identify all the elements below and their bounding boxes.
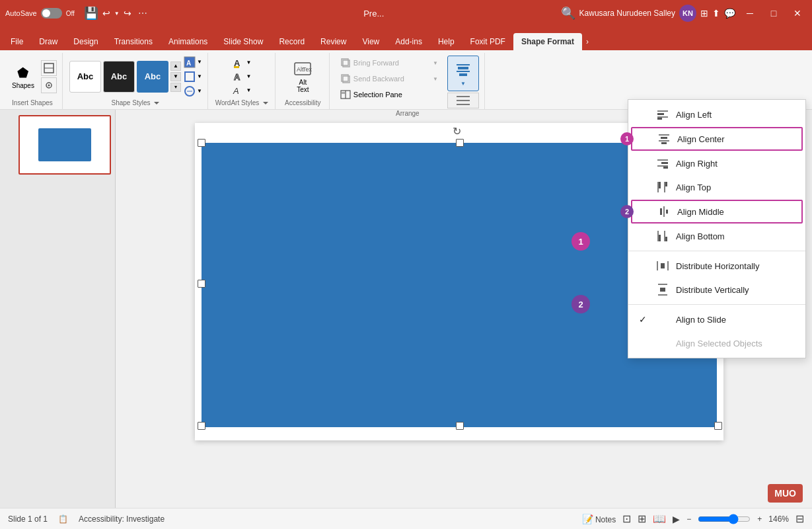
shapes-icon: ⬟	[17, 65, 28, 81]
svg-rect-28	[459, 73, 467, 76]
menu-distribute-h-label: Distribute Horizontally	[676, 261, 759, 271]
tab-addins[interactable]: Add-ins	[387, 33, 430, 50]
zoom-in-icon[interactable]: +	[757, 514, 762, 524]
shape-styles-list: Abc Abc Abc ▲ ▼ ▾	[69, 61, 181, 93]
menu-align-left[interactable]: Align Left	[628, 102, 805, 126]
more-icon[interactable]: ⋯	[138, 8, 147, 19]
accessibility-status[interactable]: Accessibility: Investigate	[79, 514, 165, 524]
slide-sorter-icon[interactable]: ⊞	[638, 512, 646, 525]
svg-rect-11	[234, 66, 239, 68]
notes-button[interactable]: 📝 Notes	[582, 514, 616, 524]
handle-br[interactable]	[714, 422, 722, 430]
handle-bm[interactable]	[456, 422, 464, 430]
menu-align-top[interactable]: Align Top	[628, 175, 805, 199]
tab-file[interactable]: File	[3, 33, 31, 50]
svg-rect-26	[458, 67, 468, 69]
minimize-button[interactable]: ─	[741, 4, 759, 22]
normal-view-icon[interactable]: ⊡	[622, 512, 631, 525]
scroll-down-button[interactable]: ▼	[170, 72, 181, 81]
slide-thumbnail-1[interactable]: 1	[5, 115, 110, 175]
text-effects-button[interactable]: A ▼	[233, 85, 251, 97]
shape-style-blue[interactable]: Abc	[137, 61, 168, 93]
menu-align-center[interactable]: 1 Align Center	[631, 127, 803, 151]
bring-forward-button: Bring Forward ▼	[336, 56, 442, 70]
align-button[interactable]: ▼	[447, 56, 479, 91]
tab-foxitpdf[interactable]: Foxit PDF	[462, 33, 513, 50]
close-button[interactable]: ✕	[788, 4, 807, 22]
size-button[interactable]	[447, 93, 479, 108]
zoom-out-icon[interactable]: −	[686, 514, 691, 524]
tab-shapeformat[interactable]: Shape Format	[513, 33, 582, 50]
handle-ml[interactable]	[198, 280, 205, 288]
tab-draw[interactable]: Draw	[31, 33, 65, 50]
window-title: Pre...	[192, 9, 556, 19]
menu-align-middle[interactable]: 2 Align Middle	[631, 200, 803, 224]
handle-tm[interactable]	[456, 139, 464, 147]
save-icon[interactable]: 💾	[84, 6, 98, 20]
tab-design[interactable]: Design	[65, 33, 106, 50]
shape-fill-buttons: A ▼ ▼ ▼	[184, 56, 202, 97]
autosave-toggle[interactable]	[41, 8, 62, 19]
menu-distribute-v[interactable]: Distribute Vertically	[628, 278, 805, 302]
tab-view[interactable]: View	[354, 33, 387, 50]
arrange-group: Bring Forward ▼ Send Backward ▼ Selectio…	[331, 53, 485, 109]
arrange-content: Bring Forward ▼ Send Backward ▼ Selectio…	[336, 56, 479, 108]
handle-tl[interactable]	[198, 139, 205, 147]
svg-point-3	[48, 85, 50, 87]
undo-icon[interactable]: ↩	[102, 8, 110, 19]
shape-style-dark[interactable]: Abc	[103, 61, 135, 93]
text-fill-button[interactable]: A ▼	[233, 57, 251, 69]
redo-icon[interactable]: ↪	[124, 8, 131, 19]
undo-arrow: ▼	[114, 11, 120, 17]
fit-slide-icon[interactable]: ⊟	[795, 512, 804, 525]
avatar[interactable]: KN	[679, 5, 696, 22]
slide-info: Slide 1 of 1	[8, 514, 48, 524]
title-bar: AutoSave Off 💾 ↩ ▼ ↪ ⋯ Pre... 🔍 Kawusara…	[0, 0, 812, 26]
tab-review[interactable]: Review	[313, 33, 354, 50]
zoom-slider[interactable]	[698, 514, 751, 524]
handle-bl[interactable]	[198, 422, 205, 430]
tab-help[interactable]: Help	[430, 33, 462, 50]
shape-fill-button[interactable]: A ▼	[184, 56, 202, 68]
menu-distribute-h[interactable]: Distribute Horizontally	[628, 254, 805, 278]
user-section: 🔍 Kawusara Nurudeen Salley KN ⊞ ⬆ 💬	[561, 5, 735, 22]
rotate-handle[interactable]: ↻	[450, 124, 463, 138]
tab-slideshow[interactable]: Slide Show	[215, 33, 271, 50]
presenter-view-icon[interactable]: ▶	[673, 514, 680, 524]
ribbon-icon[interactable]: ⊞	[700, 8, 708, 19]
badge-2: 2	[572, 295, 590, 313]
menu-align-right[interactable]: Align Right	[628, 151, 805, 175]
tab-transitions[interactable]: Transitions	[106, 33, 161, 50]
shape-effects-button[interactable]: ▼	[184, 85, 202, 97]
svg-text:A: A	[234, 72, 240, 82]
tab-animations[interactable]: Animations	[161, 33, 215, 50]
wordart-expand-icon[interactable]	[262, 100, 269, 106]
reading-view-icon[interactable]: 📖	[653, 512, 666, 525]
alt-text-button[interactable]: Alt Text Alt Text	[289, 57, 316, 97]
arrange-shapes-button[interactable]	[41, 77, 57, 93]
menu-align-selected-label: Align Selected Objects	[676, 339, 762, 348]
menu-align-right-label: Align Right	[676, 159, 718, 169]
share-icon[interactable]: ⬆	[712, 8, 720, 19]
scroll-more-button[interactable]: ▾	[170, 83, 181, 92]
comments-icon[interactable]: 💬	[724, 8, 735, 19]
shape-styles-expand-icon[interactable]	[153, 100, 160, 106]
shape-fill-icon: A	[184, 56, 196, 68]
shapes-button[interactable]: ⬟ Shapes	[8, 57, 38, 97]
shape-style-outline[interactable]: Abc	[69, 61, 101, 93]
zoom-level[interactable]: 146%	[768, 514, 789, 524]
edit-shape-button[interactable]	[41, 60, 57, 76]
align-middle-icon	[657, 205, 671, 218]
wordart-content: A ▼ A ▼ A ▼	[233, 56, 251, 98]
selection-pane-button[interactable]: Selection Pane	[336, 87, 442, 102]
text-outline-button[interactable]: A ▼	[233, 71, 251, 83]
maximize-button[interactable]: □	[764, 4, 783, 22]
shape-outline-button[interactable]: ▼	[184, 71, 202, 83]
menu-align-bottom[interactable]: Align Bottom	[628, 224, 805, 248]
scroll-up-button[interactable]: ▲	[170, 61, 181, 71]
more-tabs-icon[interactable]: ›	[582, 33, 593, 50]
menu-align-to-slide[interactable]: ✓ Align to Slide	[628, 307, 805, 331]
search-icon[interactable]: 🔍	[561, 6, 575, 20]
toggle-knob	[42, 9, 50, 17]
tab-record[interactable]: Record	[271, 33, 313, 50]
